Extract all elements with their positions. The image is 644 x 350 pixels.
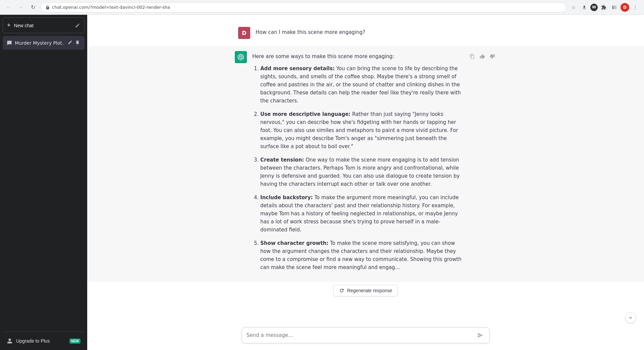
- upgrade-label: Upgrade to Plus: [16, 338, 50, 344]
- sidebar-bottom: Upgrade to Plus NEW: [3, 332, 85, 347]
- conversation-actions: [67, 39, 80, 46]
- app-layout: + New chat Murder Mystery Plot.: [0, 15, 644, 350]
- assistant-message-content: Here are some ways to make this scene mo…: [252, 51, 463, 277]
- sidebar-toggle-icon[interactable]: [610, 3, 619, 12]
- user-icon: [7, 338, 13, 344]
- suggestion-5-title: Show character growth:: [260, 240, 328, 246]
- bookmark-icon[interactable]: ☆: [569, 3, 578, 12]
- suggestion-3-title: Create tension:: [260, 157, 304, 163]
- user-message-row: D How can I make this scene more engagin…: [198, 21, 533, 46]
- forward-button[interactable]: →: [16, 3, 25, 12]
- sidebar: + New chat Murder Mystery Plot.: [0, 15, 87, 350]
- chevron-down-icon: [628, 315, 633, 320]
- chat-input-area: [87, 323, 644, 350]
- url-text: chat.openai.com/?model=text-davinci-002-…: [52, 5, 170, 10]
- regenerate-container: Regenerate response: [87, 282, 644, 302]
- thumbdown-button[interactable]: [488, 52, 496, 60]
- profile-button[interactable]: D: [621, 3, 629, 12]
- assistant-avatar: [235, 51, 247, 63]
- user-message-content: How can I make this scene more engaging?: [256, 27, 493, 40]
- send-icon: [477, 332, 483, 338]
- browser-chrome: ← → ↻ chat.openai.com/?model=text-davinc…: [0, 0, 644, 15]
- suggestion-item-2: Use more descriptive language: Rather th…: [260, 110, 463, 150]
- message-input[interactable]: [247, 332, 476, 338]
- conversation-title: Murder Mystery Plot.: [15, 40, 64, 46]
- w-extension-icon: W: [590, 4, 598, 11]
- back-button[interactable]: ←: [4, 3, 13, 12]
- new-chat-label: New chat: [14, 23, 34, 28]
- edit-conversation-button[interactable]: [67, 39, 73, 46]
- suggestion-1-title: Add more sensory details:: [260, 65, 335, 72]
- more-options-icon[interactable]: ⋮: [631, 3, 640, 12]
- suggestion-item-3: Create tension: One way to make the scen…: [260, 156, 463, 188]
- assistant-message-row: Here are some ways to make this scene mo…: [87, 46, 644, 282]
- assistant-inner: Here are some ways to make this scene mo…: [215, 51, 517, 277]
- new-badge: NEW: [69, 339, 80, 344]
- suggestion-item-5: Show character growth: To make the scene…: [260, 239, 463, 271]
- chat-messages: D How can I make this scene more engagin…: [87, 15, 644, 323]
- conversations-list: Murder Mystery Plot.: [3, 36, 85, 329]
- input-container: [241, 327, 490, 343]
- scroll-to-bottom-button[interactable]: [625, 312, 636, 323]
- svg-rect-0: [612, 5, 613, 9]
- assistant-intro: Here are some ways to make this scene mo…: [252, 52, 463, 60]
- chat-icon: [7, 40, 12, 46]
- delete-conversation-button[interactable]: [74, 39, 80, 46]
- browser-toolbar: ☆ W D ⋮: [569, 3, 640, 12]
- lock-icon: [45, 5, 50, 10]
- new-chat-button[interactable]: + New chat: [3, 17, 85, 33]
- plus-icon: +: [7, 22, 11, 29]
- address-bar[interactable]: chat.openai.com/?model=text-davinci-002-…: [40, 2, 566, 12]
- suggestion-2-title: Use more descriptive language:: [260, 111, 351, 117]
- suggestion-item-4: Include backstory: To make the argument …: [260, 193, 463, 234]
- upgrade-to-plus-button[interactable]: Upgrade to Plus NEW: [3, 335, 85, 347]
- extensions-icon[interactable]: [599, 3, 608, 12]
- user-message-text: How can I make this scene more engaging?: [256, 28, 493, 36]
- assistant-message-actions: [468, 52, 496, 60]
- suggestion-4-title: Include backstory:: [260, 194, 313, 201]
- user-avatar: D: [238, 27, 250, 39]
- pencil-icon: [75, 23, 80, 28]
- suggestion-item-1: Add more sensory details: You can bring …: [260, 64, 463, 105]
- regenerate-button[interactable]: Regenerate response: [333, 285, 398, 296]
- reload-button[interactable]: ↻: [28, 3, 38, 12]
- thumbup-button[interactable]: [478, 52, 486, 60]
- downloads-icon[interactable]: [580, 3, 589, 12]
- conversation-item-murder-mystery[interactable]: Murder Mystery Plot.: [3, 36, 85, 50]
- regenerate-label: Regenerate response: [347, 288, 392, 293]
- chat-area: D How can I make this scene more engagin…: [87, 15, 644, 350]
- suggestions-list: Add more sensory details: You can bring …: [252, 64, 463, 271]
- svg-rect-1: [614, 5, 616, 9]
- copy-button[interactable]: [468, 52, 476, 60]
- send-button[interactable]: [476, 331, 485, 340]
- regenerate-icon: [339, 288, 344, 293]
